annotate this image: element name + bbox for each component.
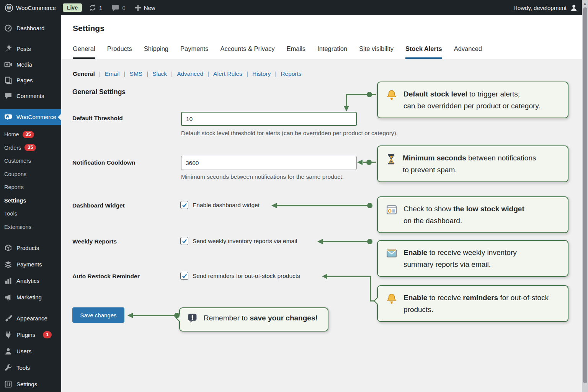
submenu-item-reports[interactable]: Reports [0, 181, 61, 194]
sidebar-item-plugins[interactable]: Plugins 1 [0, 327, 61, 343]
camera-icon [4, 60, 12, 69]
pages-icon [4, 76, 12, 84]
threshold-input[interactable] [181, 112, 357, 126]
sidebar-item-woocommerce[interactable]: WooCommerce [0, 109, 61, 125]
updates-icon [89, 4, 96, 11]
bell-icon [385, 89, 398, 105]
layers-icon [4, 260, 12, 268]
site-name: WooCommerce [16, 5, 56, 11]
sidebar-label: WooCommerce [16, 114, 56, 120]
stock-alerts-subnav: General| Email| SMS| Slack| Advanced| Al… [73, 70, 302, 77]
sidebar-label: Marketing [16, 294, 42, 301]
page-title: Settings [73, 24, 105, 33]
comments-menu[interactable]: 0 [107, 0, 130, 15]
submenu-item-extensions[interactable]: Extensions [0, 220, 61, 234]
sidebar-label: Tools [16, 364, 30, 371]
subnav-alert-rules[interactable]: Alert Rules [213, 70, 242, 77]
subnav-history[interactable]: History [252, 70, 271, 77]
dashboard-widget-checkbox-label: Enable dashboard widget [193, 202, 260, 209]
sidebar-label: Posts [16, 46, 31, 52]
sidebar-label: Comments [16, 93, 44, 99]
sidebar-item-payments[interactable]: Payments [0, 256, 61, 273]
scrollbar-up-arrow[interactable]: ▲ [582, 0, 588, 7]
weekly-reports-checkbox-label: Send weekly inventory reports via email [193, 238, 297, 245]
tab-payments[interactable]: Payments [180, 45, 208, 59]
callout-weekly-email: Enable to receive weekly inventorysummar… [377, 240, 568, 277]
admin-bar: W WooCommerce Live 1 0 New Howdy, develo… [0, 0, 588, 15]
tab-general[interactable]: General [73, 45, 95, 59]
updates-menu[interactable]: 1 [84, 0, 107, 15]
svg-text:W: W [7, 5, 11, 10]
save-changes-button[interactable]: Save changes [72, 307, 124, 323]
sidebar-item-products[interactable]: Products [0, 240, 61, 256]
threshold-description: Default stock level threshold for alerts… [181, 130, 398, 137]
wordpress-menu[interactable]: W WooCommerce [0, 0, 60, 15]
sliders-icon [4, 380, 12, 388]
content-area: Settings General Products Shipping Payme… [61, 15, 582, 392]
dashboard-widget-checkbox[interactable] [180, 201, 188, 209]
submenu-item-settings[interactable]: Settings [0, 194, 61, 207]
submenu-item-customers[interactable]: Customers [0, 154, 61, 168]
account-menu[interactable]: Howdy, development [513, 3, 588, 12]
howdy-text: Howdy, development [513, 5, 567, 11]
sidebar-item-tools[interactable]: Tools [0, 359, 61, 376]
sidebar-item-comments[interactable]: Comments [0, 88, 61, 104]
tab-advanced[interactable]: Advanced [454, 45, 482, 59]
plugins-count-badge: 1 [43, 331, 52, 338]
sidebar-item-media[interactable]: Media [0, 57, 61, 72]
submenu-item-home[interactable]: Home35 [0, 128, 61, 141]
sidebar-item-settings[interactable]: Settings [0, 376, 61, 392]
tab-stock-alerts[interactable]: Stock Alerts [405, 45, 442, 59]
orders-count-badge: 35 [24, 144, 36, 151]
auto-restock-checkbox[interactable] [180, 272, 188, 280]
subnav-reports[interactable]: Reports [281, 70, 301, 77]
sidebar-item-dashboard[interactable]: Dashboard [0, 20, 61, 36]
callout-text: Check to show the low stock widgeton the… [403, 203, 524, 227]
tab-site-visibility[interactable]: Site visibility [359, 45, 394, 59]
sidebar-item-pages[interactable]: Pages [0, 72, 61, 88]
sidebar-item-users[interactable]: Users [0, 343, 61, 359]
woocommerce-icon [4, 113, 12, 121]
checkmark-icon [182, 238, 187, 244]
tab-integration[interactable]: Integration [317, 45, 347, 59]
submenu-item-tools[interactable]: Tools [0, 207, 61, 220]
submenu-item-coupons[interactable]: Coupons [0, 168, 61, 181]
new-menu[interactable]: New [130, 0, 160, 15]
callout-cooldown: Minimum seconds between notificationsto … [377, 145, 568, 182]
callout-text: Minimum seconds between notificationsto … [403, 152, 536, 176]
tab-accounts-privacy[interactable]: Accounts & Privacy [220, 45, 274, 59]
callout-text: Default stock level to trigger alerts;ca… [403, 88, 541, 112]
scrollbar-thumb[interactable] [583, 7, 587, 383]
subnav-slack[interactable]: Slack [152, 70, 167, 77]
auto-restock-label: Auto Restock Reminder [72, 273, 140, 280]
submenu-item-orders[interactable]: Orders35 [0, 141, 61, 155]
sidebar-item-posts[interactable]: Posts [0, 41, 61, 57]
callout-restock-reminder: Enable to receive reminders for out-of-s… [377, 285, 568, 322]
user-avatar-icon [570, 3, 578, 12]
subnav-sms[interactable]: SMS [130, 70, 143, 77]
sidebar-label: Appearance [16, 315, 47, 322]
updates-count: 1 [99, 5, 102, 11]
sidebar-item-analytics[interactable]: Analytics [0, 273, 61, 289]
cooldown-input[interactable] [181, 156, 357, 170]
sidebar-label: Payments [16, 261, 42, 268]
woocommerce-submenu: Home35 Orders35 Customers Coupons Report… [0, 125, 61, 236]
subnav-advanced[interactable]: Advanced [177, 70, 203, 77]
comment-bubble-icon [111, 4, 119, 12]
comments-count: 0 [122, 5, 125, 11]
wordpress-logo-icon: W [5, 3, 13, 12]
tab-shipping[interactable]: Shipping [144, 45, 168, 59]
scrollbar[interactable]: ▲ [582, 0, 588, 392]
callout-text: Enable to receive reminders for out-of-s… [403, 292, 549, 315]
sidebar-label: Pages [16, 77, 33, 83]
weekly-reports-checkbox[interactable] [180, 237, 188, 245]
tab-products[interactable]: Products [107, 45, 132, 59]
subnav-general[interactable]: General [73, 70, 95, 77]
sidebar-item-appearance[interactable]: Appearance [0, 310, 61, 327]
envelope-icon [385, 248, 398, 263]
sidebar-item-marketing[interactable]: Marketing [0, 289, 61, 305]
subnav-email[interactable]: Email [105, 70, 120, 77]
new-label: New [144, 5, 155, 11]
live-badge: Live [63, 3, 82, 12]
tab-emails[interactable]: Emails [287, 45, 306, 59]
